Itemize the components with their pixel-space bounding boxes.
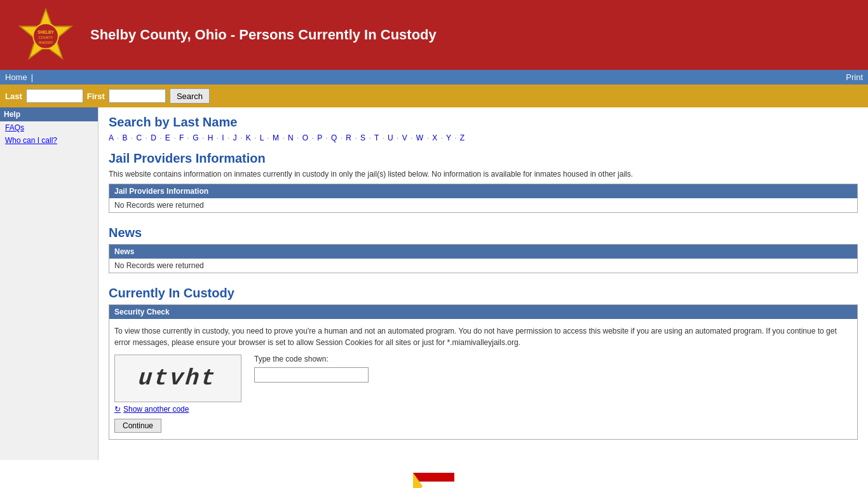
alpha-S[interactable]: S	[360, 133, 366, 142]
security-check-table: Security Check To view those currently i…	[109, 304, 858, 440]
alpha-N[interactable]: N	[288, 133, 294, 142]
alpha-H[interactable]: H	[208, 133, 214, 142]
alpha-T[interactable]: T	[374, 133, 379, 142]
jail-providers-info: This website contains information on inm…	[109, 170, 858, 179]
last-name-input[interactable]	[26, 89, 83, 103]
security-check-header: Security Check	[109, 305, 858, 320]
captcha-text: utvht	[138, 365, 219, 391]
alpha-Q[interactable]: Q	[331, 133, 337, 142]
alpha-I[interactable]: I	[222, 133, 224, 142]
footer: MONTGOMERYCOUNTY ©2001- 2024 Board of Co…	[0, 460, 868, 488]
page-header: SHELBY COUNTY SHERIFF Shelby County, Ohi…	[0, 0, 868, 70]
table-row: No Records were returned	[109, 198, 858, 213]
jail-providers-table: Jail Providers Information No Records we…	[109, 184, 858, 213]
alpha-C[interactable]: C	[136, 133, 142, 142]
table-row: No Records were returned	[109, 259, 858, 273]
alphabet-row: A · B · C · D · E · F · G · H · I · J · …	[109, 133, 858, 142]
captcha-left: utvht ↻ Show another code	[114, 355, 241, 414]
alpha-X[interactable]: X	[432, 133, 438, 142]
first-name-input[interactable]	[109, 89, 166, 103]
sidebar-item-who-can-i-call[interactable]: Who can I call?	[0, 134, 98, 147]
news-table: News No Records were returned	[109, 244, 858, 273]
svg-rect-5	[413, 473, 454, 482]
news-table-header: News	[109, 245, 858, 259]
refresh-icon: ↻	[114, 405, 121, 414]
alpha-U[interactable]: U	[388, 133, 394, 142]
jail-providers-no-records: No Records were returned	[109, 198, 858, 213]
alpha-D[interactable]: D	[151, 133, 157, 142]
sheriff-badge-icon: SHELBY COUNTY SHERIFF	[17, 6, 74, 64]
layout: Help FAQs Who can I call? Search by Last…	[0, 107, 868, 460]
sidebar: Help FAQs Who can I call?	[0, 107, 98, 460]
svg-text:SHELBY: SHELBY	[37, 30, 54, 34]
custody-title: Currently In Custody	[109, 286, 858, 301]
alpha-B[interactable]: B	[122, 133, 128, 142]
continue-button[interactable]: Continue	[114, 419, 161, 433]
last-name-label: Last	[5, 92, 22, 101]
news-no-records: No Records were returned	[109, 259, 858, 273]
captcha-right: Type the code shown:	[254, 355, 369, 383]
jail-providers-table-header: Jail Providers Information	[109, 184, 858, 199]
montgomery-flag-icon	[413, 473, 454, 488]
security-check-body: To view those currently in custody, you …	[109, 319, 858, 440]
first-name-label: First	[87, 92, 105, 101]
captcha-image: utvht	[114, 355, 241, 402]
table-row: To view those currently in custody, you …	[109, 319, 858, 440]
table-row: News	[109, 245, 858, 259]
alpha-K[interactable]: K	[246, 133, 252, 142]
main-content: Search by Last Name A · B · C · D · E · …	[98, 107, 868, 460]
alpha-V[interactable]: V	[402, 133, 408, 142]
alpha-O[interactable]: O	[302, 133, 309, 142]
navbar-left: Home |	[5, 72, 33, 82]
show-another-label: Show another code	[123, 405, 189, 414]
jail-providers-section: Jail Providers Information This website …	[109, 151, 858, 213]
alpha-M[interactable]: M	[273, 133, 280, 142]
page-title: Shelby County, Ohio - Persons Currently …	[90, 27, 860, 43]
home-link[interactable]: Home	[5, 72, 27, 82]
alpha-J[interactable]: J	[233, 133, 238, 142]
alpha-Z[interactable]: Z	[460, 133, 465, 142]
table-row: Jail Providers Information	[109, 184, 858, 199]
alpha-E[interactable]: E	[165, 133, 171, 142]
svg-text:COUNTY: COUNTY	[39, 36, 53, 39]
sc-body: To view those currently in custody, you …	[109, 319, 857, 439]
alpha-F[interactable]: F	[179, 133, 184, 142]
alpha-A[interactable]: A	[109, 133, 114, 142]
type-code-label: Type the code shown:	[254, 355, 369, 363]
news-section: News News No Records were returned	[109, 226, 858, 273]
alpha-Y[interactable]: Y	[446, 133, 452, 142]
search-section: Search by Last Name A · B · C · D · E · …	[109, 115, 858, 142]
sidebar-header: Help	[0, 107, 98, 121]
alpha-R[interactable]: R	[346, 133, 352, 142]
navbar-right: Print	[846, 72, 863, 82]
captcha-input[interactable]	[254, 367, 369, 383]
print-link[interactable]: Print	[846, 72, 863, 82]
search-section-title: Search by Last Name	[109, 115, 858, 130]
alpha-W[interactable]: W	[416, 133, 424, 142]
jail-providers-title: Jail Providers Information	[109, 151, 858, 166]
news-title: News	[109, 226, 858, 240]
sc-message: To view those currently in custody, you …	[114, 325, 852, 348]
search-button[interactable]: Search	[170, 88, 210, 104]
custody-section: Currently In Custody Security Check To v…	[109, 286, 858, 440]
alpha-P[interactable]: P	[317, 133, 323, 142]
navbar: Home | Print	[0, 70, 868, 85]
alpha-G[interactable]: G	[193, 133, 199, 142]
search-bar: Last First Search	[0, 85, 868, 107]
sc-content: utvht ↻ Show another code Type the code …	[114, 355, 852, 414]
logo-area: SHELBY COUNTY SHERIFF	[8, 6, 84, 64]
show-another-code-link[interactable]: ↻ Show another code	[114, 405, 241, 414]
svg-text:SHERIFF: SHERIFF	[39, 41, 54, 44]
montgomery-logo: MONTGOMERYCOUNTY	[407, 473, 461, 488]
alpha-L[interactable]: L	[260, 133, 264, 142]
nav-separator: |	[31, 72, 33, 82]
sidebar-item-faqs[interactable]: FAQs	[0, 121, 98, 134]
table-row: Security Check	[109, 305, 858, 320]
